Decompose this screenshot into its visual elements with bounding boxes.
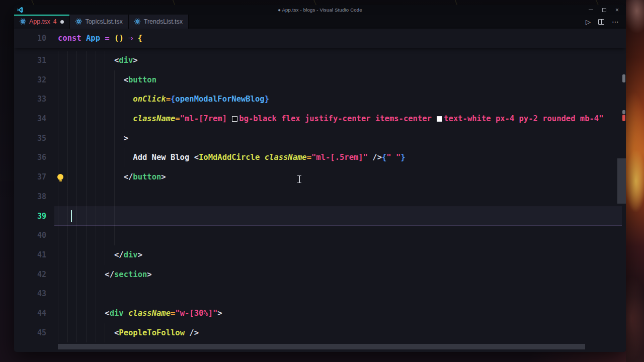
minimize-icon[interactable] xyxy=(589,10,593,10)
line-number[interactable]: 45 xyxy=(14,323,46,343)
code-line-10[interactable]: 10const App = () ⇒ { xyxy=(14,29,626,48)
more-actions-icon[interactable]: ⋯ xyxy=(612,18,619,26)
code-token: const xyxy=(58,34,82,43)
code-text: <button xyxy=(58,70,156,90)
tab-label: TopicsList.tsx xyxy=(85,18,122,25)
line-number[interactable]: 44 xyxy=(14,304,46,323)
code-token: div xyxy=(119,56,133,65)
code-token: className xyxy=(128,309,171,318)
mouse-cursor xyxy=(297,175,301,183)
color-swatch-icon xyxy=(437,116,442,122)
code-token: ⇒ xyxy=(128,34,133,43)
overview-ruler-mark xyxy=(622,74,626,82)
code-token: text-white px-4 py-2 rounded mb-4" xyxy=(444,114,603,123)
react-icon xyxy=(20,19,26,25)
title-bar[interactable]: ● App.tsx - blogs - Visual Studio Code × xyxy=(14,5,626,15)
split-editor-icon[interactable] xyxy=(598,19,604,25)
code-line-42[interactable]: 42</section> xyxy=(14,265,626,285)
code-line-37[interactable]: 37</button> xyxy=(14,167,626,187)
line-number[interactable]: 37 xyxy=(14,167,46,187)
line-number[interactable]: 33 xyxy=(14,89,46,109)
code-text: </section> xyxy=(58,265,152,285)
code-token xyxy=(110,34,114,43)
run-icon[interactable]: ▷ xyxy=(586,18,591,26)
line-number[interactable]: 34 xyxy=(14,109,46,129)
code-token: = xyxy=(166,95,171,104)
line-number[interactable]: 10 xyxy=(14,29,46,48)
code-token: = xyxy=(105,34,109,43)
tab-label: App.tsx xyxy=(29,18,50,25)
code-token: > xyxy=(133,56,137,65)
tab-trendslist-tsx[interactable]: TrendsList.tsx xyxy=(129,15,189,29)
code-token: < xyxy=(194,153,199,162)
line-number[interactable]: 41 xyxy=(14,245,46,265)
overview-ruler-error-mark xyxy=(622,115,626,121)
code-text: const App = () ⇒ { xyxy=(58,29,142,48)
code-text: <div> xyxy=(58,51,138,70)
code-line-41[interactable]: 41</div> xyxy=(14,245,626,265)
code-token: className xyxy=(133,114,175,123)
line-number[interactable]: 32 xyxy=(14,70,46,90)
indent-guides xyxy=(58,207,119,226)
code-line-44[interactable]: 44<div className="w-[30%]"> xyxy=(14,304,626,323)
line-number[interactable]: 31 xyxy=(14,51,46,70)
code-token: { xyxy=(138,34,142,43)
line-number[interactable]: 42 xyxy=(14,265,46,285)
tab-error-count: 4 xyxy=(53,18,57,25)
code-text: onClick={openModalForNewBlog} xyxy=(58,89,269,109)
code-text: </div> xyxy=(58,245,142,265)
line-number[interactable]: 40 xyxy=(14,226,46,245)
tab-bar: App.tsx 4 TopicsList.tsx TrendsList.tsx … xyxy=(14,15,626,29)
code-text: Add New Blog <IoMdAddCircle className="m… xyxy=(58,148,406,167)
code-token xyxy=(124,309,128,318)
code-line-45[interactable]: 45<PeopleToFollow /> xyxy=(14,323,626,343)
code-token: { xyxy=(382,153,386,162)
maximize-icon[interactable] xyxy=(602,8,606,12)
code-line-39[interactable]: 39 xyxy=(14,207,626,226)
code-line-33[interactable]: 33onClick={openModalForNewBlog} xyxy=(14,89,626,109)
code-token: > xyxy=(161,172,166,182)
line-number[interactable]: 43 xyxy=(14,284,46,304)
code-line-36[interactable]: 36Add New Blog <IoMdAddCircle className=… xyxy=(14,148,626,167)
code-text: className="ml-[7rem] bg-black flex justi… xyxy=(58,109,604,129)
code-token: "ml-[7rem] xyxy=(180,114,232,123)
tab-topicslist-tsx[interactable]: TopicsList.tsx xyxy=(70,15,128,29)
tab-app-tsx[interactable]: App.tsx 4 xyxy=(14,15,70,29)
code-line-31[interactable]: 31<div> xyxy=(14,51,626,70)
vertical-scrollbar[interactable] xyxy=(617,158,626,204)
code-token: } xyxy=(265,95,269,104)
code-line-35[interactable]: 35> xyxy=(14,129,626,148)
code-line-40[interactable]: 40 xyxy=(14,226,626,245)
code-token: /> xyxy=(189,328,199,337)
line-number[interactable]: 36 xyxy=(14,148,46,167)
code-line-43[interactable]: 43 xyxy=(14,284,626,304)
code-token: < xyxy=(105,309,109,318)
line-number[interactable]: 39 xyxy=(14,207,46,226)
close-icon[interactable]: × xyxy=(615,8,619,12)
code-token: " " xyxy=(386,153,400,162)
code-token xyxy=(100,34,105,43)
code-line-32[interactable]: 32<button xyxy=(14,70,626,90)
text-cursor xyxy=(71,210,72,222)
code-token xyxy=(82,34,86,43)
code-token: Add New Blog xyxy=(133,153,194,162)
code-line-38[interactable]: 38 xyxy=(14,187,626,207)
horizontal-scrollbar[interactable] xyxy=(58,344,585,349)
line-number[interactable]: 38 xyxy=(14,187,46,207)
line-number[interactable]: 35 xyxy=(14,129,46,148)
code-token: = xyxy=(307,153,311,162)
code-token xyxy=(133,34,137,43)
code-token: "w-[30%]" xyxy=(175,309,217,318)
code-token: </ xyxy=(114,250,124,259)
code-token: PeopleToFollow xyxy=(119,328,185,337)
code-line-34[interactable]: 34className="ml-[7rem] bg-black flex jus… xyxy=(14,109,626,129)
code-token: IoMdAddCircle xyxy=(199,153,260,162)
code-token xyxy=(185,328,189,337)
code-token: button xyxy=(128,75,156,84)
code-text: > xyxy=(58,129,128,148)
current-line-highlight xyxy=(54,207,622,226)
code-editor[interactable]: 10const App = () ⇒ { 31<div>32<button33o… xyxy=(14,29,626,352)
sticky-scroll-line[interactable]: 10const App = () ⇒ { xyxy=(14,29,626,48)
modified-dot-icon[interactable] xyxy=(60,20,64,24)
code-token: { xyxy=(171,95,175,104)
